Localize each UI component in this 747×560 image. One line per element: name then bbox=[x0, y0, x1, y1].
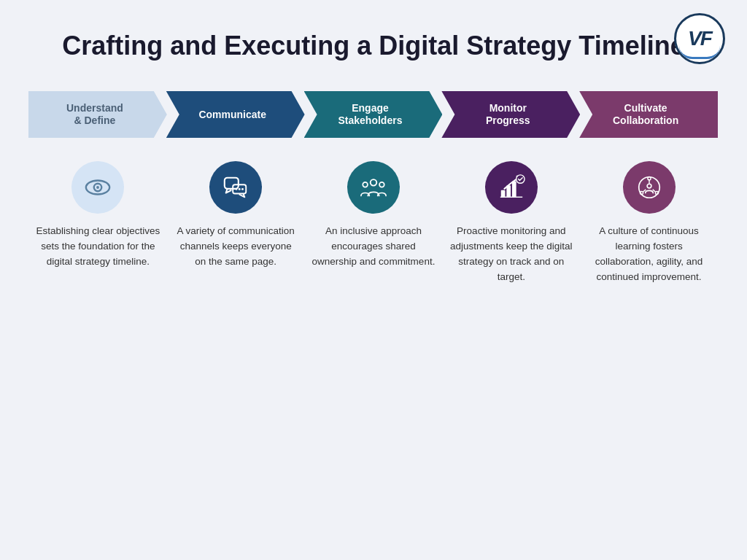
svg-point-7 bbox=[241, 188, 244, 190]
content-engage: An inclusive approach encourages shared … bbox=[305, 161, 443, 285]
content-cultivate: A culture of continuous learning fosters… bbox=[580, 161, 718, 285]
desc-monitor: Proactive monitoring and adjustments kee… bbox=[449, 224, 573, 285]
step-cultivate-label: CultivateCollaboration bbox=[598, 102, 699, 127]
svg-point-17 bbox=[647, 184, 651, 188]
icon-understand bbox=[71, 161, 124, 214]
icon-communicate bbox=[209, 161, 262, 214]
step-engage: EngageStakeholders bbox=[304, 91, 443, 138]
icon-monitor bbox=[485, 161, 538, 214]
content-row: Establishing clear objectives sets the f… bbox=[29, 161, 718, 285]
content-communicate: A variety of communication channels keep… bbox=[167, 161, 305, 285]
group-icon bbox=[360, 174, 387, 201]
svg-point-19 bbox=[640, 192, 643, 195]
svg-point-6 bbox=[239, 188, 241, 190]
svg-point-18 bbox=[647, 177, 650, 180]
step-understand: Understand& Define bbox=[28, 91, 167, 138]
svg-point-8 bbox=[371, 179, 377, 186]
svg-point-20 bbox=[655, 192, 658, 195]
logo-text: VF bbox=[688, 27, 711, 50]
step-engage-label: EngageStakeholders bbox=[324, 102, 423, 127]
logo: VF bbox=[674, 13, 725, 64]
desc-cultivate: A culture of continuous learning fosters… bbox=[587, 224, 711, 285]
desc-understand: Establishing clear objectives sets the f… bbox=[36, 224, 160, 270]
content-monitor: Proactive monitoring and adjustments kee… bbox=[442, 161, 580, 285]
step-cultivate: CultivateCollaboration bbox=[579, 91, 718, 138]
chat-icon bbox=[222, 174, 249, 201]
chart-icon bbox=[498, 174, 525, 201]
desc-engage: An inclusive approach encourages shared … bbox=[311, 224, 436, 270]
svg-rect-11 bbox=[501, 190, 506, 198]
svg-point-9 bbox=[363, 182, 368, 187]
step-communicate-label: Communicate bbox=[184, 109, 287, 121]
page-title: Crafting and Executing a Digital Strateg… bbox=[62, 29, 685, 62]
desc-communicate: A variety of communication channels keep… bbox=[174, 224, 298, 270]
page-wrapper: VF Crafting and Executing a Digital Stra… bbox=[0, 0, 747, 560]
step-monitor: MonitorProgress bbox=[441, 91, 580, 138]
svg-rect-13 bbox=[512, 181, 516, 197]
eye-icon bbox=[84, 174, 112, 201]
content-understand: Establishing clear objectives sets the f… bbox=[29, 161, 167, 285]
icon-engage bbox=[347, 161, 400, 214]
arrow-banner: Understand& Define Communicate EngageSta… bbox=[29, 91, 718, 138]
step-understand-label: Understand& Define bbox=[52, 102, 144, 127]
step-monitor-label: MonitorProgress bbox=[471, 102, 551, 127]
svg-point-10 bbox=[379, 182, 384, 187]
svg-point-5 bbox=[236, 188, 238, 190]
svg-point-2 bbox=[96, 186, 99, 189]
svg-rect-3 bbox=[225, 178, 239, 189]
step-communicate: Communicate bbox=[166, 91, 305, 138]
icon-cultivate bbox=[623, 161, 676, 214]
collab-icon bbox=[635, 174, 663, 201]
